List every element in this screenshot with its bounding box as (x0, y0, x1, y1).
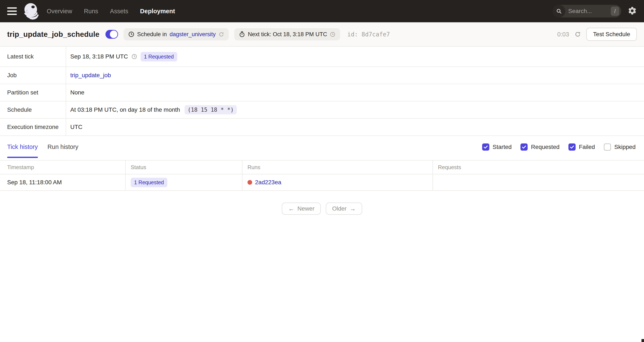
run-link[interactable]: 2ad223ea (255, 179, 282, 186)
repo-badge-prefix: Schedule in (137, 31, 167, 38)
detail-row-job: Job trip_update_job (0, 67, 644, 84)
filter-label: Failed (579, 144, 595, 150)
gear-icon[interactable] (628, 6, 637, 16)
detail-label: Partition set (0, 84, 66, 101)
nav-item-deployment[interactable]: Deployment (140, 8, 175, 15)
schedule-details: Latest tick Sep 18, 3:18 PM UTC 1 Reques… (0, 47, 644, 136)
checkbox-skipped[interactable] (604, 143, 611, 151)
run-status-dot (248, 180, 252, 185)
job-link[interactable]: trip_update_job (70, 72, 111, 79)
schedule-id-value: 8d7cafe7 (362, 31, 390, 38)
newer-label: Newer (298, 205, 314, 212)
filter-requested[interactable]: Requested (520, 143, 560, 151)
checkbox-failed[interactable] (568, 143, 576, 151)
table-header: Timestamp Status Runs Requests (0, 160, 644, 174)
tab-tick-history[interactable]: Tick history (7, 143, 38, 160)
filter-failed[interactable]: Failed (568, 143, 595, 151)
tab-run-history[interactable]: Run history (48, 143, 78, 160)
filter-skipped[interactable]: Skipped (604, 143, 636, 151)
search-icon (553, 5, 565, 17)
pagination: ← Newer Older → (0, 203, 644, 215)
filter-label: Started (493, 144, 512, 150)
nav-item-assets[interactable]: Assets (110, 8, 128, 15)
left-arrow-icon: ← (288, 206, 294, 212)
nav-item-runs[interactable]: Runs (84, 8, 98, 15)
next-tick-badge: Next tick: Oct 18, 3:18 PM UTC (234, 28, 340, 40)
filter-started[interactable]: Started (482, 143, 512, 151)
column-header-timestamp: Timestamp (0, 160, 126, 174)
filter-label: Requested (531, 144, 560, 150)
tick-history-table: Timestamp Status Runs Requests Sep 18, 1… (0, 160, 644, 191)
detail-label: Latest tick (0, 47, 66, 66)
search-shortcut-key: / (611, 6, 619, 16)
latest-tick-time: Sep 18, 3:18 PM UTC (70, 53, 128, 60)
newer-button[interactable]: ← Newer (282, 203, 321, 215)
test-schedule-button[interactable]: Test Schedule (586, 28, 637, 41)
schedule-id: id: 8d7cafe7 (347, 31, 390, 38)
column-header-runs: Runs (242, 160, 433, 174)
page-header: trip_update_job_schedule Schedule in dag… (0, 22, 644, 47)
latest-tick-status-badge[interactable]: 1 Requested (140, 52, 177, 61)
detail-label: Schedule (0, 101, 66, 118)
page-title: trip_update_job_schedule (7, 30, 100, 38)
checkbox-started[interactable] (482, 143, 489, 151)
partition-set-value: None (70, 89, 84, 96)
table-row: Sep 18, 11:18:00 AM 1 Requested 2ad223ea (0, 174, 644, 191)
search-box[interactable]: / (553, 5, 621, 17)
repo-link[interactable]: dagster_university (170, 31, 216, 38)
detail-row-partition-set: Partition set None (0, 84, 644, 101)
refresh-countdown: 0:03 (557, 31, 569, 38)
cron-expression-chip: (18 15 18 * *) (184, 105, 236, 114)
tick-status-badge[interactable]: 1 Requested (131, 178, 167, 187)
next-tick-label: Next tick: Oct 18, 3:18 PM UTC (248, 31, 327, 38)
scrollbar-corner (642, 339, 644, 342)
header-actions: 0:03 Test Schedule (557, 28, 637, 41)
right-arrow-icon: → (350, 206, 356, 212)
status-filters: Started Requested Failed Skipped (482, 143, 636, 151)
next-tick-clock-icon[interactable] (330, 31, 336, 37)
nav-item-overview[interactable]: Overview (47, 8, 72, 15)
reload-repo-icon[interactable] (218, 31, 224, 37)
refresh-icon[interactable] (574, 31, 581, 37)
column-header-status: Status (126, 160, 242, 174)
schedule-page: Overview Runs Assets Deployment / trip_u… (0, 0, 644, 342)
older-label: Older (332, 205, 346, 212)
nav-links: Overview Runs Assets Deployment (47, 8, 175, 15)
detail-row-latest-tick: Latest tick Sep 18, 3:18 PM UTC 1 Reques… (0, 47, 644, 67)
hamburger-menu-icon[interactable] (7, 7, 17, 15)
schedule-description: At 03:18 PM UTC, on day 18 of the month (70, 106, 180, 113)
history-tabs-row: Tick history Run history Started Request… (0, 136, 644, 160)
clock-icon (128, 31, 134, 37)
stopwatch-icon (239, 31, 245, 37)
search-input[interactable] (565, 8, 611, 14)
repo-badge: Schedule in dagster_university (124, 28, 229, 40)
tick-timestamp: Sep 18, 11:18:00 AM (0, 174, 126, 190)
dagster-logo-icon[interactable] (22, 2, 40, 20)
detail-row-timezone: Execution timezone UTC (0, 119, 644, 136)
detail-label: Job (0, 67, 66, 84)
timezone-value: UTC (70, 124, 82, 130)
schedule-id-label: id: (347, 31, 358, 38)
detail-label: Execution timezone (0, 119, 66, 135)
checkbox-requested[interactable] (520, 143, 528, 151)
detail-row-schedule: Schedule At 03:18 PM UTC, on day 18 of t… (0, 101, 644, 119)
top-nav: Overview Runs Assets Deployment / (0, 0, 644, 22)
column-header-requests: Requests (433, 160, 644, 174)
tick-requests (433, 174, 644, 190)
older-button[interactable]: Older → (326, 203, 362, 215)
schedule-toggle[interactable] (106, 30, 118, 39)
timestamp-clock-icon[interactable] (131, 54, 137, 59)
filter-label: Skipped (614, 144, 636, 150)
